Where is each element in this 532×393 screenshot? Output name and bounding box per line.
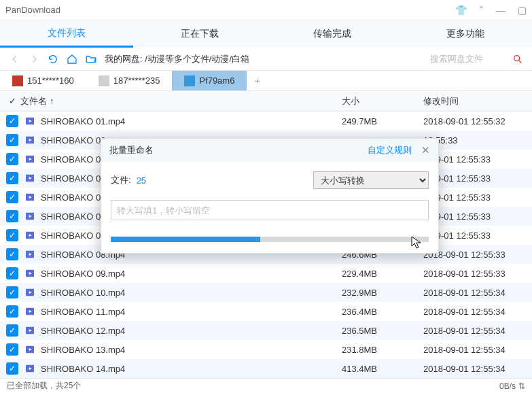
chevron-left-icon: [10, 54, 20, 64]
video-file-icon: [23, 363, 37, 374]
minimize-button[interactable]: —: [496, 5, 506, 16]
file-date: 2018-09-01 12:55:34: [423, 307, 532, 317]
file-size: 249.7MB: [342, 116, 423, 126]
account-tab[interactable]: 151*****160: [0, 71, 86, 90]
avatar: [184, 75, 195, 86]
row-checkbox[interactable]: ✓: [4, 172, 20, 184]
chevron-right-icon: [29, 54, 39, 64]
table-row[interactable]: ✓SHIROBAKO 09.mp4229.4MB2018-09-01 12:55…: [0, 264, 532, 283]
row-checkbox[interactable]: ✓: [4, 153, 20, 165]
video-file-icon: [23, 325, 37, 336]
progress-bar: [111, 237, 429, 242]
file-date: 12:55:33: [423, 135, 532, 146]
video-file-icon: [23, 173, 37, 184]
file-date: 2018-09-01 12:55:34: [423, 288, 532, 298]
row-checkbox[interactable]: ✓: [4, 267, 20, 279]
folder-button[interactable]: [82, 50, 101, 69]
shirt-icon[interactable]: 👕: [455, 5, 467, 16]
breadcrumb[interactable]: 我的网盘: /动漫等多个文件/动漫/白箱: [101, 53, 427, 65]
table-row[interactable]: ✓SHIROBAKO 10.mp4232.9MB2018-09-01 12:55…: [0, 283, 532, 302]
row-checkbox[interactable]: ✓: [4, 324, 20, 337]
file-date: 2018-09-01 12:55:33: [423, 250, 532, 260]
tab-more[interactable]: 更多功能: [399, 20, 532, 48]
video-file-icon: [23, 230, 37, 241]
app-title: PanDownload: [5, 5, 455, 15]
video-file-icon: [23, 306, 37, 317]
row-checkbox[interactable]: ✓: [4, 248, 20, 260]
row-checkbox[interactable]: ✓: [4, 191, 20, 203]
file-size: 229.4MB: [342, 269, 423, 279]
main-tabs: 文件列表 正在下载 传输完成 更多功能: [0, 20, 532, 48]
refresh-button[interactable]: [43, 50, 63, 69]
video-file-icon: [23, 344, 37, 355]
sort-arrow-icon: ↑: [50, 96, 54, 106]
home-button[interactable]: [63, 50, 82, 69]
row-checkbox[interactable]: ✓: [4, 305, 20, 318]
rename-input[interactable]: [111, 200, 429, 220]
file-date: 8-09-01 12:55:33: [423, 173, 532, 184]
tab-completed[interactable]: 传输完成: [266, 20, 400, 48]
dropdown-icon[interactable]: ˅: [479, 5, 484, 16]
custom-rule-link[interactable]: 自定义规则: [368, 144, 412, 156]
file-date: 8-09-01 12:55:33: [423, 192, 532, 203]
file-name: SHIROBAKO 01.mp4: [41, 116, 342, 126]
row-checkbox[interactable]: ✓: [4, 210, 20, 222]
file-date: 8-09-01 12:55:33: [423, 154, 532, 165]
file-date: 2018-09-01 12:55:34: [423, 364, 532, 374]
select-all-checkbox[interactable]: ✓: [4, 96, 20, 106]
row-checkbox[interactable]: ✓: [4, 229, 20, 241]
file-date: 2018-09-01 12:55:34: [423, 326, 532, 336]
file-name: SHIROBAKO 13.mp4: [41, 345, 342, 355]
close-button[interactable]: ▢: [518, 5, 527, 16]
back-button[interactable]: [5, 50, 24, 69]
dialog-title: 批量重命名: [109, 144, 368, 156]
video-file-icon: [23, 135, 37, 146]
titlebar: PanDownload 👕 ˅ — ▢: [0, 0, 532, 20]
file-size: 236.5MB: [342, 326, 423, 336]
row-checkbox[interactable]: ✓: [4, 343, 20, 356]
status-left: 已全部加载，共25个: [7, 380, 81, 392]
row-checkbox[interactable]: ✓: [4, 362, 20, 375]
row-checkbox[interactable]: ✓: [4, 286, 20, 298]
search-button[interactable]: [509, 54, 527, 65]
table-row[interactable]: ✓SHIROBAKO 11.mp4236.4MB2018-09-01 12:55…: [0, 302, 532, 321]
dialog-close-button[interactable]: ✕: [421, 144, 430, 156]
file-count-value: 25: [137, 175, 146, 186]
file-size: 236.4MB: [342, 307, 423, 317]
tab-file-list[interactable]: 文件列表: [0, 20, 133, 48]
account-tab[interactable]: Pf79am6: [172, 71, 247, 90]
table-row[interactable]: ✓SHIROBAKO 14.mp4413.4MB2018-09-01 12:55…: [0, 359, 532, 378]
progress-fill: [111, 237, 260, 242]
folder-open-icon: [85, 54, 97, 65]
account-tab[interactable]: 187*****235: [86, 71, 173, 90]
column-date[interactable]: 修改时间: [423, 95, 532, 107]
search-input[interactable]: 搜索网盘文件: [427, 53, 509, 65]
batch-rename-dialog: 批量重命名 自定义规则 ✕ 文件: 25 大小写转换: [101, 138, 439, 254]
file-date: 2018-09-01 12:55:32: [423, 116, 532, 126]
svg-point-0: [514, 55, 520, 61]
column-name[interactable]: 文件名 ↑: [20, 95, 342, 107]
home-icon: [67, 54, 77, 65]
forward-button[interactable]: [24, 50, 43, 69]
row-checkbox[interactable]: ✓: [4, 115, 20, 127]
toolbar: 我的网盘: /动漫等多个文件/动漫/白箱 搜索网盘文件: [0, 48, 532, 71]
tab-downloading[interactable]: 正在下载: [133, 20, 266, 48]
table-row[interactable]: ✓SHIROBAKO 01.mp4249.7MB2018-09-01 12:55…: [0, 112, 532, 131]
video-file-icon: [23, 116, 37, 126]
account-name: Pf79am6: [199, 75, 234, 86]
account-name: 151*****160: [27, 75, 74, 86]
file-size: 231.8MB: [342, 345, 423, 355]
avatar: [12, 75, 23, 86]
file-count-label: 文件:: [111, 174, 131, 186]
add-account-button[interactable]: ＋: [247, 71, 267, 90]
transform-select[interactable]: 大小写转换: [313, 171, 429, 189]
file-size: 413.4MB: [342, 364, 423, 374]
status-bar: 已全部加载，共25个 0B/s ⇅: [0, 378, 532, 393]
column-size[interactable]: 大小: [342, 95, 423, 107]
avatar: [99, 75, 109, 86]
file-date: 2018-09-01 12:55:33: [423, 269, 532, 279]
table-row[interactable]: ✓SHIROBAKO 12.mp4236.5MB2018-09-01 12:55…: [0, 321, 532, 340]
window-controls: 👕 ˅ — ▢: [455, 5, 527, 16]
table-row[interactable]: ✓SHIROBAKO 13.mp4231.8MB2018-09-01 12:55…: [0, 340, 532, 359]
row-checkbox[interactable]: ✓: [4, 134, 20, 146]
